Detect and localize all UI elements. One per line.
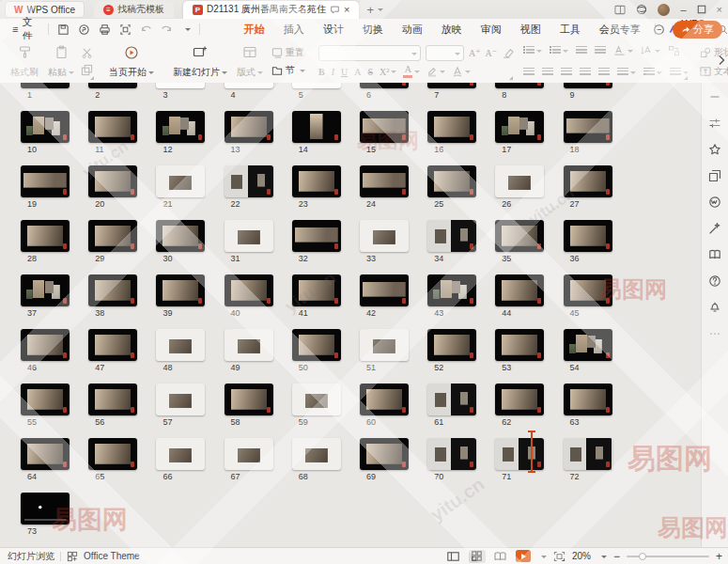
properties-icon[interactable]	[708, 117, 721, 130]
slide-thumbnail[interactable]	[156, 329, 205, 361]
doc-tab-active[interactable]: P D21131 廣州番禺南天名苑住 ×	[183, 1, 360, 19]
bold-button[interactable]: B	[318, 67, 325, 77]
clipboard-dialog-launcher[interactable]	[90, 76, 94, 80]
slide-thumbnail[interactable]	[360, 384, 409, 415]
copy-icon[interactable]	[81, 64, 93, 76]
format-painter-button[interactable]: 格式刷	[8, 42, 41, 81]
slide-thumbnail[interactable]	[564, 274, 612, 306]
slide-thumbnail[interactable]	[360, 165, 409, 197]
align-right-button[interactable]	[561, 68, 572, 77]
vertical-text-button[interactable]	[641, 45, 660, 56]
zoom-slider[interactable]	[627, 556, 709, 557]
font-size-combobox[interactable]	[426, 45, 464, 61]
notes-icon[interactable]	[708, 248, 721, 261]
decrease-indent-button[interactable]	[576, 46, 587, 55]
collapse-ribbon-icon[interactable]	[653, 24, 665, 36]
slide-thumbnail[interactable]	[225, 384, 273, 415]
new-slide-button[interactable]: 新建幻灯片	[170, 42, 230, 81]
slide-thumbnail[interactable]	[225, 111, 273, 143]
strikethrough-button[interactable]: S	[367, 67, 373, 77]
slide-thumbnail[interactable]	[156, 438, 205, 470]
slide-thumbnail[interactable]	[21, 384, 70, 415]
slide-thumbnail[interactable]	[225, 329, 273, 361]
bullet-list-button[interactable]	[523, 46, 542, 55]
smart-beautify-icon[interactable]	[708, 222, 721, 235]
menu-item-tools[interactable]: 工具	[550, 21, 590, 39]
slide-thumbnail[interactable]	[225, 220, 273, 252]
columns-button[interactable]	[617, 68, 636, 77]
normal-view-button[interactable]	[445, 550, 462, 563]
wps-assistant-icon[interactable]	[708, 196, 721, 209]
redo-icon[interactable]	[161, 24, 173, 36]
play-from-current-button[interactable]: 当页开始	[106, 42, 157, 81]
menu-item-view[interactable]: 视图	[511, 21, 550, 39]
slide-thumbnail[interactable]	[495, 329, 544, 361]
slide-thumbnail[interactable]	[225, 83, 273, 88]
slide-thumbnail[interactable]	[292, 274, 341, 306]
help-icon[interactable]	[708, 274, 721, 288]
slideshow-play-button[interactable]	[516, 550, 531, 562]
reading-view-button[interactable]	[492, 550, 509, 563]
font-dialog-launcher[interactable]	[509, 76, 513, 80]
slide-thumbnail[interactable]	[360, 329, 409, 361]
slide-thumbnail[interactable]	[156, 220, 205, 252]
italic-button[interactable]: I	[332, 67, 334, 77]
slide-thumbnail[interactable]	[225, 438, 273, 470]
zoom-out-button[interactable]: −	[613, 551, 620, 562]
slide-thumbnail[interactable]	[495, 111, 544, 143]
slide-thumbnail[interactable]	[495, 83, 544, 88]
undo-icon[interactable]	[140, 24, 152, 36]
paragraph-dialog-launcher[interactable]	[684, 76, 688, 80]
zoom-slider-knob[interactable]	[639, 553, 646, 560]
font-name-combobox[interactable]	[318, 45, 421, 61]
slide-thumbnail[interactable]	[564, 384, 612, 415]
slide-thumbnail[interactable]	[292, 220, 341, 252]
slide-thumbnail[interactable]	[427, 83, 476, 88]
slide-thumbnail[interactable]	[427, 220, 476, 252]
slide-thumbnail[interactable]	[564, 165, 612, 197]
slide-thumbnail[interactable]	[88, 111, 137, 143]
section-button[interactable]: 节	[270, 63, 307, 78]
increase-font-button[interactable]: A⁺	[469, 48, 481, 58]
doc-tab-templates[interactable]: ≡ 找稿壳模板	[94, 1, 174, 18]
menu-item-review[interactable]: 审阅	[472, 21, 511, 39]
slide-thumbnail[interactable]	[21, 83, 70, 88]
slide-thumbnail[interactable]	[292, 438, 341, 470]
slide-thumbnail[interactable]	[564, 438, 612, 470]
export-pdf-icon[interactable]	[78, 24, 90, 36]
slide-thumbnail[interactable]	[88, 220, 137, 252]
favorites-icon[interactable]	[708, 143, 721, 156]
menu-item-transition[interactable]: 切换	[353, 21, 393, 39]
slide-thumbnail[interactable]	[427, 329, 476, 361]
slide-sorter-view-button[interactable]	[469, 550, 486, 563]
slide-thumbnail[interactable]	[21, 165, 70, 197]
menu-item-insert[interactable]: 插入	[274, 21, 314, 39]
whats-new-icon[interactable]	[708, 301, 721, 314]
slide-thumbnail[interactable]	[88, 274, 137, 306]
slide-thumbnail[interactable]	[495, 274, 544, 306]
ribbon-expand-button[interactable]	[718, 55, 725, 66]
slide-thumbnail[interactable]	[360, 274, 409, 306]
comment-icon[interactable]	[330, 5, 340, 15]
slide-thumbnail[interactable]	[156, 384, 205, 415]
more-icon[interactable]	[708, 327, 721, 340]
slide-thumbnail[interactable]	[88, 438, 137, 470]
decrease-font-button[interactable]: A⁻	[486, 48, 498, 58]
close-tab-icon[interactable]: ×	[344, 5, 349, 15]
slide-thumbnail[interactable]	[292, 165, 341, 197]
char-border-button[interactable]: A	[354, 67, 361, 77]
slide-thumbnail[interactable]	[564, 111, 612, 143]
menu-item-design[interactable]: 设计	[314, 21, 353, 39]
text-effect-icon[interactable]	[452, 66, 463, 77]
slide-thumbnail[interactable]	[360, 111, 409, 143]
slide-thumbnail[interactable]	[564, 220, 612, 252]
zoom-level-label[interactable]: 20%	[572, 551, 591, 561]
highlight-color-icon[interactable]	[426, 66, 438, 77]
slide-thumbnail[interactable]	[427, 165, 476, 197]
share-button[interactable]: 分享	[673, 21, 722, 39]
new-tab-button[interactable]: +	[366, 3, 374, 17]
slide-thumbnail[interactable]	[495, 438, 544, 470]
menu-item-member[interactable]: 会员专享	[590, 21, 650, 39]
slide-thumbnail[interactable]	[360, 220, 409, 252]
cut-icon[interactable]	[81, 47, 93, 59]
